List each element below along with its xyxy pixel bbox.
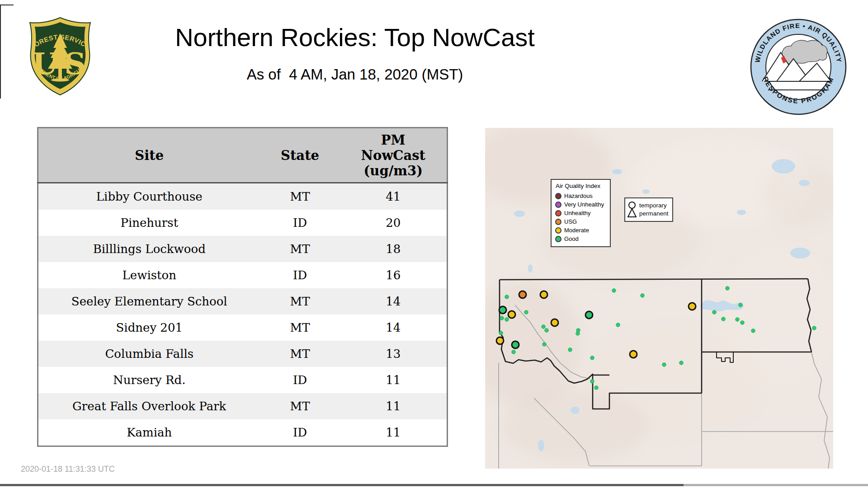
aqi-legend-item: Very Unhealthy <box>555 200 608 209</box>
marker-type-icons <box>627 201 637 218</box>
value-cell: 11 <box>340 393 448 419</box>
aqi-legend-item: Moderate <box>555 226 608 235</box>
permanent-label: permanent <box>639 210 669 218</box>
state-cell: MT <box>260 183 340 210</box>
header: Northern Rockies: Top NowCast As of 4 AM… <box>158 23 552 83</box>
table-row: Columbia FallsMT13 <box>38 341 448 367</box>
small-site-dot <box>712 310 716 314</box>
small-site-dot <box>524 310 528 314</box>
bottom-bar-left <box>0 484 684 486</box>
site-cell: Libby Courthouse <box>38 183 260 210</box>
small-site-dot <box>500 316 504 320</box>
column-header-state: State <box>260 128 340 183</box>
table-row: PinehurstID20 <box>38 210 448 236</box>
monitor-dot-good <box>585 311 593 319</box>
monitor-dot-moderate <box>689 303 696 310</box>
screen-edge-mark-vertical <box>0 5 1 99</box>
small-site-dot <box>505 318 509 321</box>
small-site-dot <box>722 317 725 321</box>
monitor-dot-moderate <box>508 311 515 318</box>
pm-header-line3: (ug/m3) <box>340 163 447 178</box>
aqi-swatch-icon <box>555 227 561 234</box>
aqi-item-label: Unhealthy <box>564 210 591 216</box>
state-cell: ID <box>260 419 340 446</box>
aqi-item-label: Moderate <box>564 227 589 234</box>
small-site-dot <box>612 289 616 292</box>
small-site-dot <box>662 363 666 366</box>
aqi-swatch-icon <box>555 236 561 242</box>
value-cell: 20 <box>340 210 448 236</box>
site-cell: Kamiah <box>38 419 260 446</box>
state-cell: ID <box>260 262 340 288</box>
table-header-row: Site State PM NowCast (ug/m3) <box>38 128 448 183</box>
value-cell: 14 <box>340 314 448 341</box>
value-cell: 14 <box>340 288 448 314</box>
small-site-dot <box>616 323 620 327</box>
air-quality-map: Air Quality Index HazardousVery Unhealth… <box>485 128 833 469</box>
small-site-dot <box>751 329 755 333</box>
basemap-canvas <box>485 128 833 469</box>
site-cell: Sidney 201 <box>38 314 260 341</box>
state-cell: MT <box>260 393 340 419</box>
small-site-dot <box>590 356 594 360</box>
value-cell: 16 <box>340 262 448 288</box>
monitor-dot-moderate <box>540 291 547 298</box>
site-cell: Seeley Elementary School <box>38 288 260 314</box>
small-site-dot <box>512 350 515 354</box>
site-cell: Great Falls Overlook Park <box>38 393 260 419</box>
value-cell: 18 <box>340 236 448 262</box>
monitor-dot-moderate <box>630 351 637 358</box>
site-cell: Pinehurst <box>38 210 260 236</box>
aqi-legend-item: Good <box>555 235 608 243</box>
column-header-site: Site <box>38 128 260 183</box>
small-site-dot <box>576 332 580 335</box>
generated-timestamp: 2020-01-18 11:31:33 UTC <box>21 465 115 474</box>
monitor-dot-moderate <box>496 337 504 344</box>
table-row: Great Falls Overlook ParkMT11 <box>38 393 448 419</box>
small-site-dot <box>542 343 546 346</box>
state-cell: MT <box>260 341 340 367</box>
site-cell: Billlings Lockwood <box>38 236 260 262</box>
small-site-dot <box>741 321 744 324</box>
nowcast-table: Site State PM NowCast (ug/m3) Libby Cour… <box>37 127 448 447</box>
state-cell: MT <box>260 236 340 262</box>
aqi-item-label: Hazardous <box>564 192 593 199</box>
aqi-legend: Air Quality Index HazardousVery Unhealth… <box>551 179 611 247</box>
small-site-dot <box>505 295 509 299</box>
table-row: Sidney 201MT14 <box>38 314 448 341</box>
site-cell: Lewiston <box>38 262 260 288</box>
table-row: Seeley Elementary SchoolMT14 <box>38 288 448 314</box>
small-site-dot <box>590 380 594 383</box>
state-cell: MT <box>260 314 340 341</box>
table-row: LewistonID16 <box>38 262 448 288</box>
pm-header-line1: PM <box>340 132 447 148</box>
aqi-legend-item: Unhealthy <box>555 209 608 217</box>
wfaqrp-logo: WILDLAND FIRE • AIR QUALITY RESPONSE PRO… <box>749 17 848 118</box>
value-cell: 11 <box>340 367 448 393</box>
small-site-dot <box>641 294 644 297</box>
bottom-bar-right <box>684 484 868 486</box>
site-cell: Columbia Falls <box>38 341 260 367</box>
screen-edge-mark-horizontal <box>0 5 14 5</box>
permanent-marker-icon <box>628 209 636 217</box>
small-site-dot <box>568 348 572 352</box>
monitor-dot-moderate <box>551 319 558 326</box>
table-row: KamiahID11 <box>38 419 448 446</box>
column-header-pm-nowcast: PM NowCast (ug/m3) <box>340 128 448 183</box>
aqi-item-label: USG <box>564 218 577 225</box>
state-cell: MT <box>260 288 340 314</box>
small-site-dot <box>499 331 503 335</box>
aqi-item-label: Very Unhealthy <box>564 201 604 208</box>
small-site-dot <box>594 386 598 389</box>
value-cell: 13 <box>340 341 448 367</box>
small-site-dot <box>812 326 816 330</box>
small-site-dot <box>736 318 739 321</box>
value-cell: 11 <box>340 419 448 446</box>
aqi-swatch-icon <box>555 202 561 208</box>
aqi-swatch-icon <box>555 219 561 225</box>
aqi-legend-items: HazardousVery UnhealthyUnhealthyUSGModer… <box>555 192 608 243</box>
pm-header-line2: NowCast <box>340 148 447 163</box>
forest-service-logo: FOREST SERVICE DEPARTMENT OF AGRICULTURE… <box>26 16 94 99</box>
page-subtitle: As of 4 AM, Jan 18, 2020 (MST) <box>158 66 552 83</box>
aqi-legend-title: Air Quality Index <box>556 183 608 189</box>
